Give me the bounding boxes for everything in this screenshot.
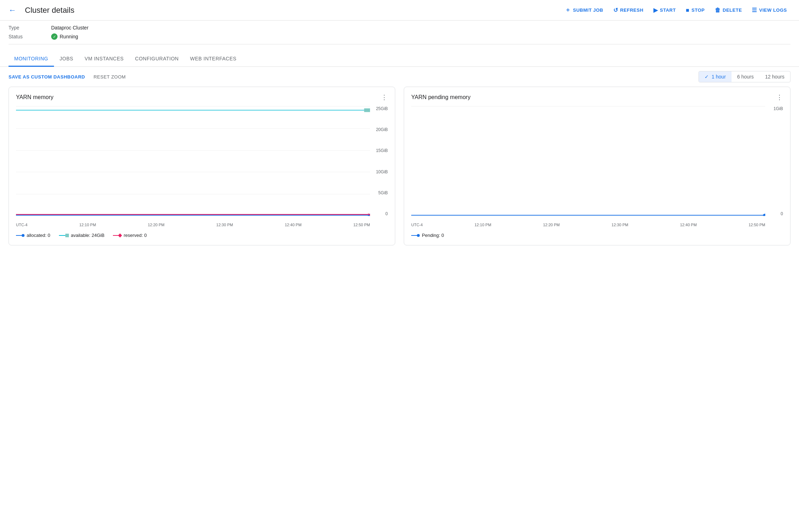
- tab-configuration[interactable]: CONFIGURATION: [129, 51, 184, 67]
- yarn-pending-y-axis: 1GiB 0: [773, 106, 783, 216]
- yarn-memory-title: YARN memory: [16, 94, 54, 101]
- status-row: Status ✓ Running: [9, 32, 790, 41]
- yarn-memory-y-axis: 25GiB 20GiB 15GiB 10GiB 5GiB 0: [376, 106, 388, 216]
- yarn-pending-plot: [411, 106, 765, 216]
- submit-job-icon: ＋: [565, 6, 571, 14]
- reset-zoom-button[interactable]: RESET ZOOM: [93, 74, 126, 80]
- legend-reserved: reserved: 0: [113, 233, 147, 238]
- refresh-button[interactable]: ↺ REFRESH: [610, 5, 647, 16]
- time-1hour-button[interactable]: ✓ 1 hour: [699, 71, 732, 82]
- status-label: Status: [9, 34, 51, 39]
- top-bar: ← Cluster details ＋ SUBMIT JOB ↺ REFRESH…: [0, 0, 799, 21]
- refresh-icon: ↺: [613, 7, 618, 13]
- status-icon: ✓: [51, 33, 58, 40]
- yarn-pending-title: YARN pending memory: [411, 94, 471, 101]
- yarn-memory-more-button[interactable]: ⋮: [381, 94, 388, 101]
- delete-icon: 🗑: [715, 7, 721, 13]
- save-dashboard-button[interactable]: SAVE AS CUSTOM DASHBOARD: [9, 74, 85, 80]
- legend-pending: Pending: 0: [411, 233, 444, 238]
- yarn-pending-more-button[interactable]: ⋮: [776, 94, 783, 101]
- svg-marker-0: [16, 110, 370, 110]
- yarn-pending-header: YARN pending memory ⋮: [411, 94, 783, 101]
- back-button[interactable]: ←: [9, 6, 16, 15]
- check-mark-icon: ✓: [705, 74, 710, 80]
- legend-available-icon: [59, 234, 69, 237]
- yarn-memory-plot: [16, 106, 370, 216]
- yarn-pending-legend: Pending: 0: [411, 231, 783, 238]
- pending-grid-bottom: [411, 216, 765, 216]
- legend-allocated: allocated: 0: [16, 233, 50, 238]
- yarn-pending-svg: [411, 106, 765, 216]
- yarn-memory-legend: allocated: 0 available: 24GiB reserved: …: [16, 231, 388, 238]
- start-icon: ▶: [653, 7, 658, 13]
- start-button[interactable]: ▶ START: [650, 5, 679, 16]
- yarn-memory-chart-area: 25GiB 20GiB 15GiB 10GiB 5GiB 0 UTC-4 12:…: [16, 106, 388, 227]
- type-value: Dataproc Cluster: [51, 25, 88, 31]
- delete-button[interactable]: 🗑 DELETE: [711, 5, 746, 16]
- toolbar: SAVE AS CUSTOM DASHBOARD RESET ZOOM ✓ 1 …: [0, 67, 799, 87]
- view-logs-icon: ☰: [752, 7, 757, 13]
- grid-line-bottom: [16, 216, 370, 216]
- time-selector: ✓ 1 hour 6 hours 12 hours: [699, 71, 790, 82]
- meta-section: Type Dataproc Cluster Status ✓ Running: [0, 21, 799, 49]
- tab-web-interfaces[interactable]: WEB INTERFACES: [184, 51, 242, 67]
- tabs: MONITORING JOBS VM INSTANCES CONFIGURATI…: [0, 51, 799, 67]
- page-title: Cluster details: [25, 6, 74, 15]
- svg-rect-1: [364, 108, 370, 112]
- type-row: Type Dataproc Cluster: [9, 23, 790, 32]
- yarn-memory-svg: [16, 106, 370, 216]
- toolbar-left: SAVE AS CUSTOM DASHBOARD RESET ZOOM: [9, 74, 126, 80]
- legend-reserved-icon: [113, 234, 121, 237]
- stop-icon: ■: [686, 7, 689, 13]
- legend-allocated-icon: [16, 234, 25, 237]
- tab-monitoring[interactable]: MONITORING: [9, 51, 54, 67]
- yarn-pending-chart-area: 1GiB 0 UTC-4 12:10 PM 12:20 PM 12:30 PM …: [411, 106, 783, 227]
- legend-available: available: 24GiB: [59, 233, 105, 238]
- svg-point-7: [763, 214, 765, 216]
- yarn-memory-x-axis: UTC-4 12:10 PM 12:20 PM 12:30 PM 12:40 P…: [16, 223, 370, 227]
- divider: [9, 44, 790, 44]
- top-actions: ＋ SUBMIT JOB ↺ REFRESH ▶ START ■ STOP 🗑 …: [561, 4, 790, 16]
- status-value: ✓ Running: [51, 33, 78, 40]
- charts-row: YARN memory ⋮: [0, 87, 799, 254]
- stop-button[interactable]: ■ STOP: [682, 5, 708, 16]
- view-logs-button[interactable]: ☰ VIEW LOGS: [748, 5, 790, 16]
- tab-jobs[interactable]: JOBS: [54, 51, 79, 67]
- submit-job-button[interactable]: ＋ SUBMIT JOB: [561, 4, 607, 16]
- tab-vm-instances[interactable]: VM INSTANCES: [79, 51, 129, 67]
- type-label: Type: [9, 25, 51, 31]
- legend-pending-icon: [411, 234, 420, 237]
- yarn-pending-memory-card: YARN pending memory ⋮ 1GiB 0 UTC-4: [404, 87, 790, 245]
- time-12hours-button[interactable]: 12 hours: [760, 71, 790, 82]
- yarn-memory-card: YARN memory ⋮: [9, 87, 395, 245]
- yarn-memory-header: YARN memory ⋮: [16, 94, 388, 101]
- time-6hours-button[interactable]: 6 hours: [732, 71, 760, 82]
- yarn-pending-x-axis: UTC-4 12:10 PM 12:20 PM 12:30 PM 12:40 P…: [411, 223, 765, 227]
